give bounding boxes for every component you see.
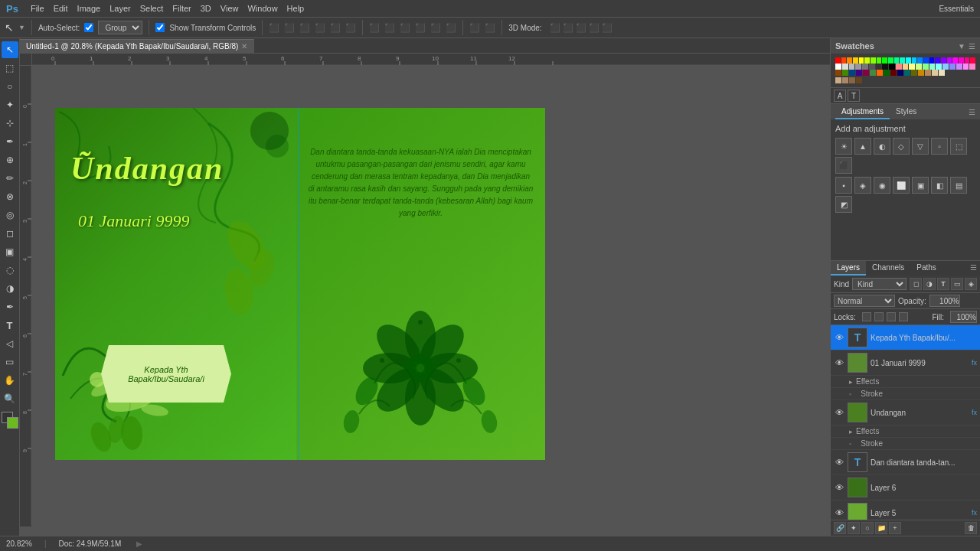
distribute-bottom-icon[interactable]: ⬛: [446, 23, 456, 33]
align-right-icon[interactable]: ⬛: [299, 23, 310, 33]
swatches-panel-header[interactable]: Swatches ▼ ☰: [831, 38, 980, 54]
adjustments-menu-icon[interactable]: ☰: [969, 108, 975, 116]
swatch[interactable]: [949, 64, 956, 70]
menu-edit[interactable]: Edit: [54, 4, 68, 13]
posterize-adj[interactable]: ▣: [912, 177, 929, 194]
layers-menu-icon[interactable]: ☰: [967, 261, 980, 276]
swatch[interactable]: [942, 64, 949, 70]
swatch-red[interactable]: [835, 57, 841, 64]
threshold-adj[interactable]: ◧: [931, 177, 948, 194]
blend-mode-select[interactable]: Normal Multiply Screen: [834, 295, 895, 307]
link-layers-btn[interactable]: 🔗: [834, 522, 846, 534]
bw-adj[interactable]: ⬛: [835, 157, 852, 174]
blur-tool[interactable]: ◌: [2, 262, 18, 279]
photofilter-adj[interactable]: ▪: [835, 177, 852, 194]
canvas-inner[interactable]: Ũndangan 01 Januari 9999 Kepada Yth Bapa…: [32, 66, 830, 527]
adjustments-panel-header[interactable]: Adjustments Styles ☰: [831, 104, 980, 119]
opacity-input[interactable]: [929, 295, 960, 307]
show-transform-checkbox[interactable]: [155, 23, 165, 32]
tab-layers[interactable]: Layers: [831, 261, 866, 276]
brush-tool[interactable]: ✏: [2, 170, 18, 187]
swatch[interactable]: [859, 57, 864, 64]
lock-all-icon[interactable]: [899, 312, 908, 321]
swatch[interactable]: [959, 57, 964, 64]
menu-file[interactable]: File: [31, 4, 44, 13]
selective-color-adj[interactable]: ◩: [835, 196, 852, 213]
swatch[interactable]: [969, 64, 975, 70]
brightness-adj[interactable]: ☀: [835, 138, 852, 155]
swatch[interactable]: [870, 70, 876, 76]
swatch-black[interactable]: [889, 64, 895, 70]
align-bottom-icon[interactable]: ⬛: [345, 23, 356, 33]
visibility-eye-icon[interactable]: 👁: [834, 407, 844, 418]
new-layer-btn[interactable]: +: [889, 522, 901, 534]
pixel-filter-icon[interactable]: ◻: [910, 278, 922, 290]
colorbalance-adj[interactable]: ⬚: [950, 138, 967, 155]
auto-select-checkbox[interactable]: [84, 23, 93, 32]
history-tool[interactable]: ◎: [2, 207, 18, 223]
swatch[interactable]: [906, 57, 911, 64]
add-style-btn[interactable]: ✦: [848, 522, 860, 534]
swatch[interactable]: [912, 57, 917, 64]
quick-select-tool[interactable]: ✦: [2, 96, 18, 113]
swatch[interactable]: [904, 70, 910, 76]
layer-item-kepada[interactable]: 👁 T Kepada Yth Bapak/Ibu/...: [831, 325, 980, 350]
lock-pixels-icon[interactable]: [874, 312, 884, 321]
align-center-icon[interactable]: ⬛: [284, 23, 295, 33]
distribute-left-icon[interactable]: ⬛: [369, 23, 380, 33]
clone-tool[interactable]: ⊗: [2, 188, 18, 205]
tab-paths[interactable]: Paths: [910, 261, 942, 276]
swatch[interactable]: [853, 57, 858, 64]
channels-btn[interactable]: A: [834, 90, 846, 102]
colorlookup-adj[interactable]: ◉: [874, 177, 890, 194]
menu-help[interactable]: Help: [287, 4, 305, 13]
layer-item-date[interactable]: 👁 01 Januari 9999 fx: [831, 350, 980, 376]
tab-channels[interactable]: Channels: [866, 261, 910, 276]
swatch[interactable]: [952, 57, 958, 64]
swatch[interactable]: [923, 64, 929, 70]
pen-tool[interactable]: ✒: [2, 298, 18, 315]
distribute-right-icon[interactable]: ⬛: [400, 23, 410, 33]
swatch-white[interactable]: [835, 64, 841, 70]
crop-tool[interactable]: ⊹: [2, 115, 18, 132]
swatch[interactable]: [835, 77, 841, 83]
invert-adj[interactable]: ⬜: [893, 177, 910, 194]
layer-item-layer6[interactable]: 👁 Layer 6: [831, 475, 980, 500]
marquee-tool[interactable]: ⬚: [2, 60, 18, 77]
swatch[interactable]: [935, 57, 940, 64]
swatches-collapse-icon[interactable]: ▼: [958, 42, 965, 51]
swatch[interactable]: [909, 64, 915, 70]
fill-input[interactable]: [950, 311, 977, 323]
add-mask-btn[interactable]: ○: [861, 522, 874, 534]
healing-tool[interactable]: ⊕: [2, 152, 18, 168]
swatch[interactable]: [864, 57, 870, 64]
doc-info-arrow[interactable]: ▶: [136, 540, 142, 548]
swatch[interactable]: [842, 64, 848, 70]
menu-image[interactable]: Image: [77, 4, 101, 13]
menu-select[interactable]: Select: [140, 4, 164, 13]
swatch[interactable]: [884, 70, 890, 76]
swatch[interactable]: [963, 64, 969, 70]
swatch[interactable]: [932, 70, 938, 76]
swatch[interactable]: [929, 64, 936, 70]
visibility-eye-icon[interactable]: 👁: [834, 357, 844, 368]
path-select-tool[interactable]: ◁: [2, 335, 18, 352]
foreground-color-box[interactable]: [7, 417, 18, 429]
group-select[interactable]: Group Layer: [98, 21, 142, 34]
align-left-icon[interactable]: ⬛: [269, 23, 279, 33]
swatch[interactable]: [965, 57, 970, 64]
swatch[interactable]: [877, 57, 882, 64]
swatch[interactable]: [856, 70, 862, 76]
menu-view[interactable]: View: [220, 4, 239, 13]
menu-3d[interactable]: 3D: [201, 4, 211, 13]
swatch[interactable]: [841, 57, 847, 64]
channelmixer-adj[interactable]: ◈: [854, 177, 871, 194]
swatch[interactable]: [888, 57, 893, 64]
swatch[interactable]: [900, 57, 905, 64]
swatch[interactable]: [936, 64, 942, 70]
swatch[interactable]: [956, 64, 962, 70]
swatch[interactable]: [882, 64, 888, 70]
layer-item-dan-diantara[interactable]: 👁 T Dan diantara tanda-tan...: [831, 450, 980, 475]
swatch[interactable]: [856, 77, 862, 83]
distribute-center-h-icon[interactable]: ⬛: [384, 23, 395, 33]
